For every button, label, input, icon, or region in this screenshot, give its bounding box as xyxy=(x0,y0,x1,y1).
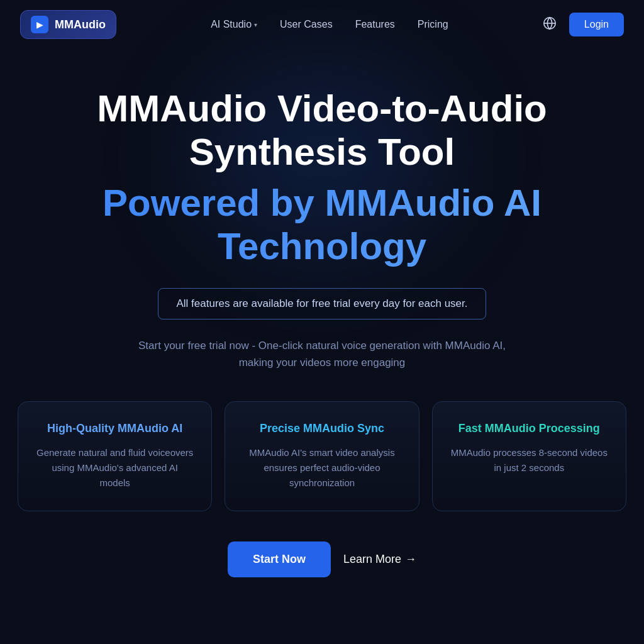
card-high-quality: High-Quality MMAudio AI Generate natural… xyxy=(18,401,212,511)
hero-description: Start your free trial now - One-click na… xyxy=(133,337,511,371)
card-1-title: High-Quality MMAudio AI xyxy=(36,422,194,435)
card-2-title: Precise MMAudio Sync xyxy=(243,422,401,435)
video-icon: ▶ xyxy=(36,19,43,30)
hero-title-sub: Powered by MMAudio AI Technology xyxy=(25,181,619,268)
start-now-button[interactable]: Start Now xyxy=(228,541,331,577)
nav-item-features[interactable]: Features xyxy=(355,19,395,30)
card-2-desc: MMAudio AI's smart video analysis ensure… xyxy=(243,445,401,491)
navbar: ▶ MMAudio AI Studio ▾ User Cases Feature… xyxy=(0,0,644,49)
nav-item-user-cases[interactable]: User Cases xyxy=(280,19,333,30)
card-3-title: Fast MMAudio Processing xyxy=(450,422,608,435)
card-3-desc: MMAudio processes 8-second videos in jus… xyxy=(450,445,608,475)
logo[interactable]: ▶ MMAudio xyxy=(20,10,116,39)
login-button[interactable]: Login xyxy=(569,13,624,36)
feature-cards: High-Quality MMAudio AI Generate natural… xyxy=(0,401,644,511)
hero-section: MMAudio Video-to-Audio Synthesis Tool Po… xyxy=(0,49,644,401)
arrow-icon: → xyxy=(405,553,416,566)
cta-buttons: Start Now Learn More → xyxy=(228,541,416,577)
hero-title-main: MMAudio Video-to-Audio Synthesis Tool xyxy=(25,87,619,174)
card-1-desc: Generate natural and fluid voiceovers us… xyxy=(36,445,194,491)
chevron-down-icon: ▾ xyxy=(254,21,257,28)
learn-more-button[interactable]: Learn More → xyxy=(343,553,416,566)
card-fast-processing: Fast MMAudio Processing MMAudio processe… xyxy=(432,401,626,511)
language-icon[interactable] xyxy=(543,16,557,33)
nav-right: Login xyxy=(543,13,624,36)
card-precise-sync: Precise MMAudio Sync MMAudio AI's smart … xyxy=(225,401,419,511)
feature-badge: All features are available for free tria… xyxy=(158,288,486,319)
logo-text: MMAudio xyxy=(55,18,106,31)
nav-item-ai-studio[interactable]: AI Studio ▾ xyxy=(211,19,257,30)
nav-item-pricing[interactable]: Pricing xyxy=(418,19,448,30)
logo-icon: ▶ xyxy=(31,16,48,33)
nav-links: AI Studio ▾ User Cases Features Pricing xyxy=(211,19,448,30)
